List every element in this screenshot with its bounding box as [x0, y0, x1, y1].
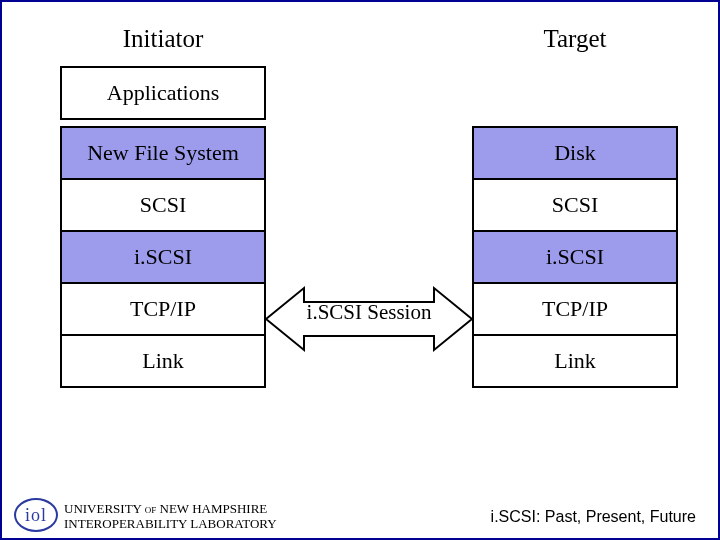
layer-label: i.SCSI [546, 245, 604, 268]
target-title: Target [472, 20, 678, 58]
layer-label: TCP/IP [542, 297, 608, 320]
layer-label: New File System [87, 141, 239, 164]
target-layer-iscsi: i.SCSI [472, 230, 678, 284]
iol-logo: iol [14, 498, 58, 532]
footer: iol UNIVERSITY of NEW HAMPSHIRE INTEROPE… [2, 488, 720, 536]
layer-label: TCP/IP [130, 297, 196, 320]
layer-label: SCSI [140, 193, 186, 216]
arrow-label: i.SCSI Session [266, 300, 472, 325]
layer-label: Link [554, 349, 596, 372]
org-line2: INTEROPERABILITY LABORATORY [64, 517, 277, 532]
target-layer-link: Link [472, 334, 678, 388]
layer-label: Link [142, 349, 184, 372]
initiator-layer-iscsi: i.SCSI [60, 230, 266, 284]
initiator-layer-link: Link [60, 334, 266, 388]
initiator-layer-scsi: SCSI [60, 178, 266, 232]
initiator-title: Initiator [60, 20, 266, 58]
logo-text: iol [25, 505, 47, 526]
initiator-layer-applications: Applications [60, 66, 266, 120]
target-layer-scsi: SCSI [472, 178, 678, 232]
footer-right-text: i.SCSI: Past, Present, Future [491, 508, 696, 526]
target-layer-disk: Disk [472, 126, 678, 180]
layer-label: i.SCSI [134, 245, 192, 268]
target-layer-tcpip: TCP/IP [472, 282, 678, 336]
diagram-stage: Initiator Applications New File System S… [2, 2, 720, 540]
initiator-layer-tcpip: TCP/IP [60, 282, 266, 336]
initiator-column: Initiator Applications New File System S… [60, 20, 266, 388]
layer-label: Applications [107, 81, 219, 104]
org-block: UNIVERSITY of NEW HAMPSHIRE INTEROPERABI… [64, 502, 277, 532]
layer-label: SCSI [552, 193, 598, 216]
target-empty-slot [472, 66, 678, 120]
layer-label: Disk [554, 141, 596, 164]
org-line1: UNIVERSITY of NEW HAMPSHIRE [64, 502, 277, 517]
target-column: Target Disk SCSI i.SCSI TCP/IP Link [472, 20, 678, 388]
initiator-layer-filesystem: New File System [60, 126, 266, 180]
